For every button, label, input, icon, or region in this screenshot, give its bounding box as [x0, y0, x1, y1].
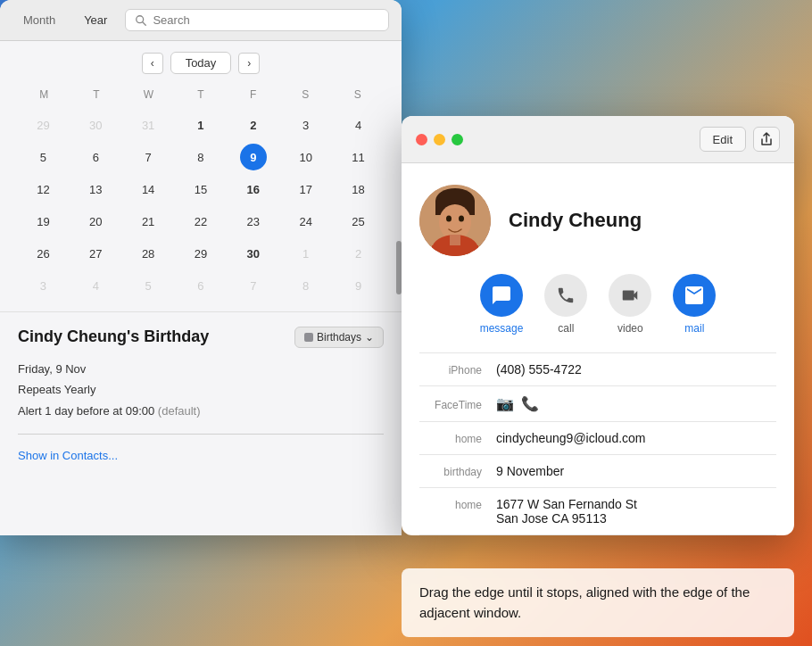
calendar-badge[interactable]: Birthdays ⌄ — [294, 327, 384, 348]
show-contacts-link[interactable]: Show in Contacts... — [18, 449, 118, 462]
call-action-button[interactable]: call — [544, 274, 587, 335]
mail-action-button[interactable]: mail — [673, 274, 716, 335]
day-cell[interactable]: 23 — [240, 208, 267, 235]
day-cell[interactable]: 27 — [82, 240, 109, 267]
day-cell[interactable]: 3 — [29, 272, 56, 299]
day-cell[interactable]: 4 — [82, 272, 109, 299]
birthday-row: birthday 9 November — [419, 455, 776, 488]
day-cell[interactable]: 8 — [293, 272, 319, 299]
close-button[interactable] — [416, 134, 427, 145]
avatar-image — [419, 185, 491, 256]
day-cell[interactable]: 3 — [293, 112, 319, 138]
day-cell[interactable]: 8 — [187, 144, 214, 170]
day-cell[interactable]: 5 — [135, 272, 162, 299]
day-cell[interactable]: 10 — [293, 144, 319, 170]
day-cell[interactable]: 20 — [82, 208, 109, 235]
badge-chevron-icon: ⌄ — [365, 331, 374, 344]
share-icon — [760, 132, 773, 146]
email-row: home cindycheung9@icloud.com — [419, 422, 776, 455]
calendar-toolbar: Month Year — [0, 0, 402, 41]
day-cell[interactable]: 28 — [135, 240, 162, 267]
month-tab[interactable]: Month — [12, 10, 66, 30]
day-cell[interactable]: 9 — [345, 272, 372, 299]
event-alert: Alert 1 day before at 09:00 (default) — [18, 401, 384, 421]
message-action-button[interactable]: message — [480, 274, 524, 335]
prev-month-button[interactable]: ‹ — [142, 53, 163, 74]
contacts-actions: Edit — [700, 127, 780, 152]
phone-row: iPhone (408) 555-4722 — [419, 353, 776, 386]
day-cell[interactable]: 14 — [135, 176, 162, 203]
year-tab[interactable]: Year — [73, 10, 118, 30]
day-cell[interactable]: 11 — [345, 144, 372, 170]
day-cell[interactable]: 13 — [82, 176, 109, 203]
birthday-label: birthday — [419, 466, 482, 478]
search-input[interactable] — [153, 13, 379, 27]
divider — [18, 434, 384, 435]
day-cell[interactable]: 16 — [240, 176, 267, 203]
day-cell[interactable]: 31 — [135, 112, 162, 138]
day-header-t2: T — [175, 85, 228, 104]
minimize-button[interactable] — [434, 134, 445, 145]
address-value: 1677 W San Fernando StSan Jose CA 95113 — [496, 497, 776, 526]
mail-icon — [673, 274, 716, 317]
badge-label: Birthdays — [317, 331, 361, 344]
today-button[interactable]: Today — [170, 52, 232, 74]
day-cell[interactable]: 29 — [29, 112, 56, 138]
video-icon — [609, 274, 651, 317]
day-cell[interactable]: 4 — [345, 112, 372, 138]
day-cell[interactable]: 7 — [135, 144, 162, 170]
event-title: Cindy Cheung's Birthday — [18, 327, 209, 347]
day-cell[interactable]: 6 — [82, 144, 109, 170]
svg-rect-10 — [450, 235, 460, 245]
day-header-f: F — [227, 85, 279, 104]
day-cell[interactable]: 30 — [82, 112, 109, 138]
facetime-label: FaceTime — [419, 399, 482, 411]
svg-line-1 — [143, 21, 146, 25]
facetime-video-icon[interactable]: 📷 — [496, 395, 514, 412]
day-cell[interactable]: 30 — [240, 240, 267, 267]
calendar-window: Month Year ‹ Today › M T W T F S S 29 3 — [0, 0, 402, 535]
day-cell[interactable]: 1 — [187, 112, 214, 138]
day-cell[interactable]: 2 — [240, 112, 267, 138]
day-cell[interactable]: 21 — [135, 208, 162, 235]
action-buttons: message call video — [419, 274, 776, 335]
today-cell[interactable]: 9 — [240, 144, 267, 170]
day-cell[interactable]: 24 — [293, 208, 319, 235]
contacts-titlebar: Edit — [402, 116, 794, 163]
day-cell[interactable]: 22 — [187, 208, 214, 235]
day-cell[interactable]: 7 — [240, 272, 267, 299]
facetime-phone-icon[interactable]: 📞 — [521, 395, 539, 412]
day-cell[interactable]: 25 — [345, 208, 372, 235]
day-cell[interactable]: 26 — [29, 240, 56, 267]
message-label: message — [480, 322, 524, 335]
next-month-button[interactable]: › — [238, 53, 260, 74]
day-cell[interactable]: 2 — [345, 240, 372, 267]
maximize-button[interactable] — [452, 134, 463, 145]
call-icon — [544, 274, 587, 317]
video-action-button[interactable]: video — [609, 274, 651, 335]
email-value[interactable]: cindycheung9@icloud.com — [496, 431, 776, 445]
day-cell[interactable]: 18 — [345, 176, 372, 203]
search-icon — [135, 14, 147, 27]
event-date: Friday, 9 Nov — [18, 359, 384, 379]
day-cell[interactable]: 6 — [187, 272, 214, 299]
share-button[interactable] — [753, 127, 780, 152]
call-label: call — [558, 322, 574, 335]
address-row: home 1677 W San Fernando StSan Jose CA 9… — [419, 488, 776, 535]
day-cell[interactable]: 12 — [29, 176, 56, 203]
facetime-icons: 📷 📞 — [496, 395, 539, 412]
contact-details: iPhone (408) 555-4722 FaceTime 📷 📞 home … — [419, 352, 776, 535]
day-cell[interactable]: 15 — [187, 176, 214, 203]
traffic-lights — [416, 134, 463, 145]
day-cell[interactable]: 19 — [29, 208, 56, 235]
event-detail: Cindy Cheung's Birthday Birthdays ⌄ Frid… — [0, 311, 402, 535]
day-cell[interactable]: 17 — [293, 176, 319, 203]
day-header-t1: T — [70, 85, 123, 104]
day-cell[interactable]: 5 — [29, 144, 56, 170]
phone-value[interactable]: (408) 555-4722 — [496, 362, 776, 377]
day-cell[interactable]: 29 — [187, 240, 214, 267]
edit-button[interactable]: Edit — [700, 127, 746, 152]
day-header-w: W — [122, 85, 175, 104]
day-cell[interactable]: 1 — [293, 240, 319, 267]
svg-rect-9 — [432, 245, 478, 256]
